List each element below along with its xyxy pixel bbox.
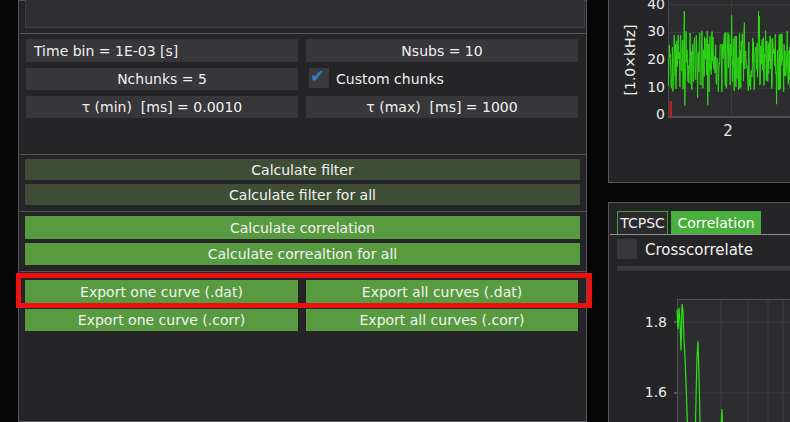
parameter-panel: Time bin = 1E-03 [s] Nsubs = 10 Nchunks … [18, 0, 587, 422]
custom-chunks-checkbox[interactable]: ✔ [309, 68, 329, 88]
separator [20, 271, 586, 272]
export-all-corr-button[interactable]: Export all curves (.corr) [306, 309, 578, 331]
plot-widget-edge [617, 266, 790, 271]
calculate-filter-button[interactable]: Calculate filter [25, 159, 580, 180]
tau-max-field[interactable]: τ (max) [ms] = 1000 [306, 96, 578, 118]
tab-tcpsc[interactable]: TCPSC [617, 211, 668, 234]
tau-min-field[interactable]: τ (min) [ms] = 0.0010 [26, 96, 298, 118]
x-tick-2: 2 [720, 122, 736, 140]
y-tick-0: 0 [629, 107, 665, 121]
crosscorrelate-label: Crosscorrelate [645, 241, 753, 259]
tab-correlation[interactable]: Correlation [671, 211, 761, 234]
intensity-trace-plot[interactable] [668, 0, 790, 118]
y-tick-10: 10 [629, 80, 665, 94]
export-one-dat-button[interactable]: Export one curve (.dat) [25, 280, 298, 303]
check-icon: ✔ [310, 65, 325, 86]
separator [20, 211, 586, 212]
export-one-corr-button[interactable]: Export one curve (.corr) [25, 309, 298, 331]
red-cursor-marker [670, 101, 673, 117]
time-bin-field[interactable]: Time bin = 1E-03 [s] [26, 39, 298, 62]
intensity-plot-panel: [1.0×kHz] 40 30 20 10 0 2 [608, 0, 790, 183]
y-tick-1.8: 1.8 [639, 315, 667, 329]
calculate-correlation-all-button[interactable]: Calculate correaltion for all [25, 243, 580, 265]
custom-chunks-label: Custom chunks [336, 70, 444, 88]
y-tick-1.6: 1.6 [639, 385, 667, 399]
nchunks-field[interactable]: Nchunks = 5 [26, 68, 298, 90]
y-tick-40: 40 [629, 0, 665, 11]
nsubs-field[interactable]: Nsubs = 10 [306, 39, 578, 62]
top-widget-partial [25, 0, 585, 28]
separator [20, 33, 586, 34]
separator [20, 154, 586, 155]
y-tick-20: 20 [629, 52, 665, 66]
y-tick-30: 30 [629, 24, 665, 38]
correlation-curve-plot[interactable] [673, 299, 790, 422]
export-all-dat-button[interactable]: Export all curves (.dat) [306, 280, 578, 303]
calculate-correlation-button[interactable]: Calculate correlation [25, 216, 580, 239]
tab-underline [610, 234, 790, 235]
crosscorrelate-checkbox[interactable] [617, 239, 637, 259]
calculate-filter-all-button[interactable]: Calculate filter for all [25, 184, 580, 205]
correlation-panel: TCPSC Correlation Crosscorrelate 1.8 1.6 [608, 202, 790, 422]
